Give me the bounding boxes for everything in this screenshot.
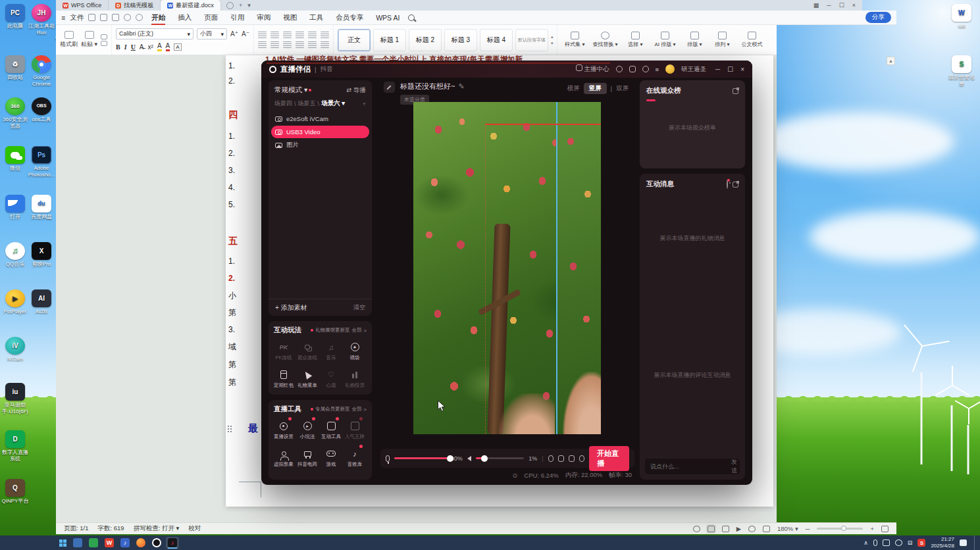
style-heading-1[interactable]: 标题 1 [373, 29, 406, 51]
taskbar-music-app[interactable]: ♪ [118, 537, 132, 549]
avatar[interactable] [665, 64, 675, 74]
tool-live-settings[interactable]: 直播设置 [272, 416, 296, 444]
taskbar-file-explorer[interactable] [71, 537, 84, 549]
interact-wish[interactable]: ♡心愿 [319, 365, 343, 393]
desktop-icon-dakai[interactable]: 打开 [1, 195, 29, 220]
superscript-button[interactable]: x² [148, 43, 153, 51]
desktop-icon-digital-human[interactable]: D数字人直播系统 [1, 430, 29, 462]
source-ivcam[interactable]: e2eSoft iVCam [271, 113, 369, 125]
styles-scroll[interactable]: ▴▾ [551, 34, 554, 46]
tray-clock[interactable]: 21:27 2025/4/28 [931, 536, 954, 549]
tab-list-dropdown[interactable]: ▾ [247, 2, 251, 9]
export-pdf-icon[interactable] [100, 14, 107, 21]
scrollbar-up-arrow[interactable]: ▲ [887, 57, 895, 65]
scene-tab-6-active[interactable]: 场景六 ▾ [321, 99, 345, 108]
message-input[interactable] [650, 463, 727, 470]
taskbar-firefox[interactable] [134, 537, 147, 549]
taskbar-wps[interactable]: W [103, 537, 116, 549]
style-default-font[interactable]: 默认段落字体 [515, 29, 548, 51]
send-button[interactable]: 发送 [731, 458, 737, 475]
italic-button[interactable]: I [124, 43, 127, 51]
spell-check[interactable]: 拼写检查: 打开 ▾ [134, 524, 180, 533]
align-left-icon[interactable] [258, 41, 267, 48]
style-set-button[interactable]: 样式集 ▾ [561, 32, 588, 48]
camera-settings-icon[interactable] [569, 455, 575, 462]
desktop-icon-uid-doc[interactable]: Wuid [948, 4, 975, 30]
sogou-input-icon[interactable]: S [917, 539, 925, 547]
indent-increase-icon[interactable] [296, 32, 304, 38]
source-image[interactable]: 图片 [271, 139, 369, 151]
desktop-icon-aizb[interactable]: AIAIZB [28, 289, 55, 315]
message-icon[interactable] [629, 66, 636, 72]
number-list-icon[interactable] [271, 32, 279, 38]
output-volume-slider[interactable] [476, 457, 524, 459]
align-right-icon[interactable] [283, 41, 292, 48]
border-icon[interactable] [321, 41, 329, 48]
add-material-button[interactable]: + 添加素材 [275, 303, 307, 312]
font-name-select[interactable]: Calibri (正文)▾ [116, 28, 193, 39]
desktop-icon-obs-tools[interactable]: OBSobs工具 [28, 97, 55, 123]
mode-select[interactable]: 常规模式 ▾ [274, 86, 307, 95]
minimize-button[interactable]: ─ [827, 2, 831, 9]
menu-tab-wps-ai[interactable]: WPS AI [372, 12, 403, 23]
print-icon[interactable] [112, 14, 119, 21]
anchor-center-button[interactable]: 主播中心 [576, 64, 609, 74]
hamburger-icon[interactable]: ≡ [61, 14, 65, 22]
menu-tab-page[interactable]: 页面 [200, 12, 222, 24]
desktop-icon-chrome[interactable]: Google Chrome [28, 55, 55, 87]
paragraph-drag-handle[interactable] [227, 425, 232, 432]
decrease-font-icon[interactable]: A⁻ [242, 30, 249, 38]
style-heading-4[interactable]: 标题 4 [480, 29, 513, 51]
desktop-icon-qq-music[interactable]: ♫QQ音乐 [1, 242, 29, 268]
taskbar-live-companion-active[interactable]: ♪ [166, 537, 179, 549]
undo-icon[interactable] [124, 14, 131, 21]
play-view-icon[interactable]: ▶ [736, 525, 741, 532]
annotate-icon[interactable] [763, 526, 770, 532]
tool-sound-library[interactable]: ♪音效库 [343, 444, 367, 472]
page-view-icon[interactable] [708, 526, 715, 532]
tool-games[interactable]: 游戏 [319, 444, 343, 472]
source-usb3-video-selected[interactable]: USB3 Video [271, 126, 369, 138]
stream-title[interactable]: 标题还没有想好~ ✎ [400, 82, 465, 91]
desktop-icon-wechat[interactable]: 微信 [1, 146, 29, 172]
tool-interactive-tools[interactable]: 互动工具 [319, 416, 343, 444]
font-color-button[interactable]: A [166, 42, 170, 51]
shading-icon[interactable] [308, 41, 317, 48]
tray-ime-icon[interactable]: ⊟ [908, 539, 913, 546]
interact-gift-vote[interactable]: 礼物投票 [343, 365, 367, 393]
interact-gift-menu[interactable]: 礼物菜单 [296, 365, 319, 393]
flip-icon[interactable] [558, 455, 564, 462]
font-size-select[interactable]: 小四▾ [197, 28, 227, 39]
tool-douyin-ecommerce[interactable]: 抖音电商 [296, 444, 319, 472]
zoom-out-button[interactable]: ─ [806, 525, 810, 532]
tray-network-icon[interactable] [883, 539, 890, 546]
style-normal[interactable]: 正文 [338, 29, 371, 51]
web-view-icon[interactable] [748, 526, 756, 532]
desktop-icon-baidu-netdisk[interactable]: du百度网盘 [28, 195, 55, 220]
bold-button[interactable]: B [116, 43, 120, 51]
save-icon[interactable] [88, 14, 95, 21]
ai-layout-button[interactable]: AI 排版 ▾ [650, 32, 680, 48]
desktop-icon-potplayer[interactable]: ▶PotPlayer [1, 289, 29, 315]
clear-button[interactable]: 清空 [353, 303, 365, 312]
desktop-icon-amazon-helper[interactable]: iu亚马逊助手-U10(6F) [1, 383, 29, 414]
app-maximize-button[interactable]: ☐ [727, 66, 733, 73]
desktop-icon-jianying-pro[interactable]: X剪映Pro [28, 242, 55, 268]
tray-volume-icon[interactable] [895, 539, 902, 546]
wps-home-tab[interactable]: WWPS Office [56, 0, 109, 11]
menu-icon[interactable]: ≡ [656, 66, 659, 73]
interact-lucky-bag[interactable]: ★福袋 [343, 338, 367, 365]
viewers-title[interactable]: 在线观众榜 [646, 86, 681, 95]
paste-button[interactable]: 粘贴 ▾ [81, 31, 97, 49]
menu-tab-home[interactable]: 开始 [147, 12, 169, 24]
justify-icon[interactable] [296, 41, 304, 48]
secondary-source-overlay[interactable] [556, 102, 601, 434]
redo-icon[interactable] [136, 14, 143, 21]
show-desktop-button[interactable] [974, 536, 976, 550]
headset-icon[interactable] [616, 66, 623, 72]
start-live-button[interactable]: 开始直播 [589, 446, 629, 471]
find-replace-button[interactable]: 查找替换 ▾ [589, 32, 621, 48]
desktop-icon-jianghu-toolbox[interactable]: JH江湖工具箱 Run [28, 4, 55, 36]
gear-icon[interactable] [579, 455, 585, 462]
comment-icon[interactable] [226, 2, 234, 9]
